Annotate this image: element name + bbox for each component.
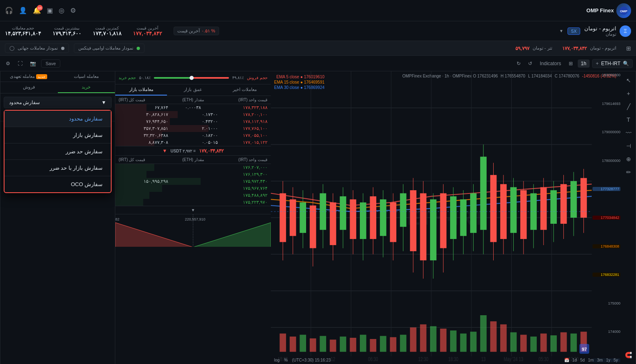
fullscreen-icon[interactable]: ⛶ (15, 59, 25, 68)
ruler-tool[interactable]: ⊢ (623, 140, 634, 152)
tv-logo: 97 (579, 344, 589, 356)
pair-name: اتریوم - تومان (584, 25, 616, 32)
dropdown-item-stop-loss[interactable]: سفارش حد ضرر (5, 143, 111, 160)
buy-order-row[interactable]: ۱۷۵,۹۷۲,۴۳۰ ۱۵۰,۹۹۵,۲۹۸ (115, 178, 271, 185)
svg-rect-93 (430, 326, 437, 352)
tab-market-depth[interactable]: عمق بازار (167, 84, 219, 96)
svg-rect-57 (480, 157, 487, 230)
timeframe-1h[interactable]: 1h (578, 59, 590, 68)
indicators-btn[interactable]: Indicators (537, 59, 563, 68)
sell-pos-tab[interactable]: فروش (0, 82, 58, 93)
zoom-tool[interactable]: ⊕ (623, 153, 634, 165)
buy-order-row[interactable]: ۱۷۵,۲۲۳,۹۷۰ (115, 199, 271, 206)
price-tag-red1: 177034842 (593, 216, 620, 220)
svg-rect-86 (360, 335, 366, 352)
tf-5d[interactable]: 5d (580, 358, 585, 362)
tf-1m[interactable]: 1m (588, 358, 594, 362)
svg-rect-95 (450, 330, 457, 352)
svg-rect-63 (510, 187, 517, 233)
crosshair-tool[interactable]: + (623, 88, 634, 99)
chart-view-global[interactable]: نمودار معاملات جهانی ◯ (5, 43, 69, 53)
svg-rect-104 (540, 334, 547, 352)
tab-market-trades[interactable]: معاملات بازار (115, 84, 167, 96)
ticker-eth[interactable]: اتریوم - تومان ۱۷۷,۰۳۴,۸۴۲ (562, 46, 616, 51)
tf-3m[interactable]: 3m (597, 358, 603, 362)
last-price: ۱۷۷,۰۳۴,۸۴۲ (199, 148, 224, 154)
svg-rect-59 (490, 175, 497, 242)
order-type-label: سفارش محدود (9, 100, 40, 105)
buy-order-row[interactable]: ۱۷۵,۴۸۸,۸۹۲ (115, 192, 271, 199)
pair-currency: تومان (584, 32, 616, 37)
cursor-tool[interactable]: ↖ (623, 75, 634, 86)
order-type-button[interactable]: ▼ سفارش محدود (4, 97, 112, 108)
leverage-badge[interactable]: 5X (567, 27, 580, 35)
sell-order-row[interactable]: ۱۷۷,۷۶۵,۱۰۰ ۲.۰۱۰۰۰ ۳۵۷,۳۰۷,۸۵۱ (115, 125, 271, 132)
last-price-stat: آخرین قیمت ۱۷۷,۰۳۴,۸۴۲ (133, 26, 162, 36)
order-type-dropdown: سفارش محدود سفارش بازار سفارش حد ضرر سفا… (4, 110, 112, 193)
svg-rect-102 (520, 335, 527, 352)
svg-rect-90 (400, 335, 407, 352)
fibonacci-tool[interactable]: 〰 (623, 127, 634, 139)
undo-btn[interactable]: ↺ (526, 59, 535, 68)
tab-recent-trades[interactable]: معاملات اخیر (219, 84, 271, 96)
user-icon[interactable]: 👤 (19, 7, 27, 14)
futures-tab[interactable]: جدید معامله تعهدی (0, 71, 58, 82)
svg-rect-79 (290, 337, 296, 352)
svg-rect-100 (500, 324, 507, 352)
sell-volume-pct: ۴۹.۸۱٪ (232, 75, 244, 80)
price-tag-blue1: 177328777 (593, 187, 620, 191)
line-tool[interactable]: ╱ (623, 101, 634, 112)
tf-5y[interactable]: 5y (613, 358, 618, 362)
compare-icon[interactable]: ⊞ (566, 59, 575, 68)
svg-rect-81 (310, 339, 316, 352)
buy-order-row[interactable]: ۱۷۵,۹۶۷,۷۶۴ (115, 185, 271, 192)
sell-order-row[interactable]: ۱۷۸,۲۰۰,۱۰۰ ۰.۱۷۳۰۰ ۳۰,۸۲۸,۶۱۷ (115, 111, 271, 118)
sell-order-row[interactable]: ۱۷۸,۱۱۲,۹۱۸ ۰.۴۳۲۰۰ ۷۶,۹۴۴,۶۵۰ (115, 118, 271, 125)
spot-tab[interactable]: معامله اسپات (58, 71, 115, 82)
ticker-grid-icon[interactable]: ⊞ (626, 45, 631, 52)
svg-rect-31 (350, 199, 357, 239)
svg-rect-80 (300, 335, 306, 352)
svg-rect-78 (280, 334, 286, 352)
top-navbar: OMP OMP Finex ⚙ ◎ ▣ 🔔 10 👤 🎧 (0, 0, 636, 21)
dropdown-item-market[interactable]: سفارش بازار (5, 127, 111, 143)
buy-pos-tab[interactable]: خرید (58, 82, 115, 93)
redo-btn[interactable]: ↻ (514, 59, 523, 68)
sell-order-row[interactable]: ۱۷۷,۰۱۵,۱۲۲ ۰.۰۵۰۱۵ ۸,۸۷۷,۳۰۸ (115, 139, 271, 146)
svg-rect-73 (561, 184, 567, 224)
buy-order-row[interactable]: ۱۷۶,۱۲۹,۳۰۰ (115, 171, 271, 178)
notification-icon[interactable]: 🔔 10 (33, 7, 41, 14)
layout-icon[interactable]: ▣ (47, 7, 53, 14)
brush-tool[interactable]: ✏ (623, 166, 634, 178)
ticker-usdt[interactable]: تتر - تومان ۵۹,۷۹۷ (515, 46, 552, 51)
svg-text:220,557,910: 220,557,910 (185, 217, 206, 221)
sell-order-row[interactable]: ۱۷۸,۳۲۳,۱۸۸ ۰.۰۰۰۳۸ ۶۷,۷۶۴ (115, 104, 271, 111)
position-tabs: خرید فروش (0, 82, 115, 93)
buy-order-row[interactable]: ۱۷۶,۲۰۷,۰۰۰ (115, 164, 271, 171)
save-btn[interactable]: Save (41, 59, 60, 68)
sell-order-row[interactable]: ۱۷۷,۰۵۵,۱۰۰ ۰.۱۸۲۰۰ ۳۲,۳۲۰,۶۳۸۸ (115, 132, 271, 139)
settings-chart-icon[interactable]: ⚙ (3, 59, 13, 68)
svg-rect-55 (470, 193, 477, 233)
svg-marker-122 (193, 223, 271, 247)
svg-rect-29 (340, 196, 346, 230)
volume-stat: حجم معاملات ۱۴,۵۲۳,۶۴۱,۸۰۴ (5, 26, 41, 36)
magnet-tool[interactable]: 🧲 (623, 349, 634, 361)
support-icon[interactable]: 🎧 (5, 7, 13, 14)
tf-1y[interactable]: 1y (606, 358, 611, 362)
tf-1d[interactable]: 1d (572, 358, 577, 362)
dropdown-item-limit[interactable]: سفارش محدود (5, 111, 111, 127)
svg-rect-37 (380, 199, 387, 236)
search-icon[interactable]: ◎ (59, 7, 64, 14)
dropdown-item-oco[interactable]: سفارش OCO (5, 176, 111, 192)
svg-rect-33 (360, 202, 366, 239)
chart-view-ompfinex[interactable]: نمودار معاملات اوامپی فینکس (74, 43, 144, 53)
symbol-search[interactable]: 🔍 ETH-IRT + (592, 59, 633, 68)
settings-icon[interactable]: ⚙ (70, 7, 76, 14)
dropdown-item-stop-market[interactable]: سفارش بازار با حد ضرر (5, 160, 111, 176)
buy-orders: ۱۷۶,۲۰۷,۰۰۰ ۱۷۶,۱۲۹,۳۰۰ ۱۷۵,۹۷۲,۴۳۰ ۱۵۰,… (115, 164, 271, 206)
camera-icon[interactable]: 📷 (27, 59, 39, 68)
low-price-stat: کمترین قیمت ۱۷۳,۷۰۱,۸۱۸ (93, 26, 121, 36)
text-tool[interactable]: T (623, 114, 634, 125)
chart-bottom-bar: 5y 1y 3m 1m 5d 1d 📅 15:16:23 (UTC+3:30) … (271, 356, 621, 364)
